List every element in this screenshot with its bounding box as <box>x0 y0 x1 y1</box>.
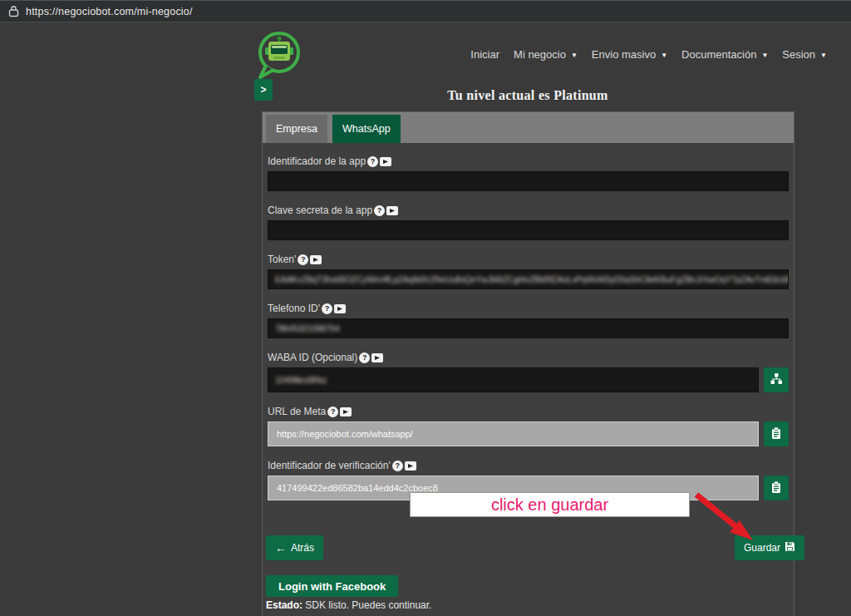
nav-item-documentacion[interactable]: Documentación ▼ <box>681 48 768 61</box>
field-phone-id: Telefono ID' ? 78645321098754 <box>268 303 789 338</box>
clipboard-icon <box>770 426 782 442</box>
app-secret-input[interactable] <box>268 220 789 240</box>
help-icon[interactable]: ? <box>392 461 403 471</box>
field-meta-url: URL de Meta ? <box>268 406 789 446</box>
save-button[interactable]: Guardar <box>735 535 804 560</box>
nav-item-mi-negocio[interactable]: Mi negocio ▼ <box>514 48 578 61</box>
nav-item-envio-masivo[interactable]: Envio masivo ▼ <box>592 48 667 61</box>
nav-item-iniciar[interactable]: Iniciar <box>470 48 499 61</box>
tab-empresa[interactable]: Empresa <box>266 115 327 143</box>
nav-item-sesion[interactable]: Sesion ▼ <box>782 48 827 61</box>
chevron-down-icon: ▼ <box>661 52 667 59</box>
facebook-login-button[interactable]: Login with Facebook <box>266 575 398 597</box>
chevron-down-icon: ▼ <box>820 52 827 59</box>
lock-icon[interactable] <box>7 5 20 18</box>
sdk-status-text: Estado: SDK listo. Puedes continuar. <box>266 599 431 611</box>
meta-url-input[interactable] <box>268 421 759 446</box>
field-token: Token' ? EAAKvZBqT3hxkBOZCyWm4fLpZAq9dXr… <box>268 254 789 289</box>
annotation-callout: click en guardar <box>410 492 690 517</box>
field-label: WABA ID (Opcional) <box>268 352 357 363</box>
whatsapp-config-form: Identificador de la app ? Clave secreta … <box>263 143 794 500</box>
redacted-token-value: EAAKvZBqT3hxkBOZCyWm4fLpZAq9dXr2NvUu8sQe… <box>275 274 789 284</box>
field-label: Telefono ID' <box>268 303 320 314</box>
floppy-save-icon <box>785 541 795 554</box>
help-icon[interactable]: ? <box>327 407 338 417</box>
field-label: Clave secreta de la app <box>268 205 372 216</box>
field-label: Identificador de la app <box>268 155 366 167</box>
video-help-icon[interactable] <box>310 255 322 264</box>
browser-url-bar[interactable]: https://negociobot.com/mi-negocio/ <box>0 0 851 22</box>
main-navigation: Iniciar Mi negocio ▼ Envio masivo ▼ Docu… <box>470 48 827 61</box>
sitemap-icon <box>770 372 783 388</box>
copy-meta-url-button[interactable] <box>764 421 789 446</box>
chevron-down-icon: ▼ <box>761 52 768 59</box>
field-label: Identificador de verificación' <box>268 460 391 471</box>
help-icon[interactable]: ? <box>359 352 370 363</box>
copy-verify-token-button[interactable] <box>764 476 789 500</box>
waba-id-input[interactable]: 1049files9Rkz <box>268 367 759 392</box>
chevron-down-icon: ▼ <box>571 52 578 59</box>
video-help-icon[interactable] <box>380 157 391 166</box>
status-label: Estado: <box>266 599 303 611</box>
help-icon[interactable]: ? <box>367 156 378 167</box>
negociobot-robot-logo[interactable] <box>253 30 304 81</box>
help-icon[interactable]: ? <box>374 205 385 216</box>
field-app-secret: Clave secreta de la app ? <box>268 205 789 240</box>
field-waba-id: WABA ID (Opcional) ? 1049files9Rkz <box>268 352 789 392</box>
help-icon[interactable]: ? <box>322 303 332 314</box>
back-button[interactable]: ← Atrás <box>266 535 323 560</box>
video-help-icon[interactable] <box>405 461 416 471</box>
annotation-text: click en guardar <box>491 495 608 515</box>
clipboard-icon <box>770 480 782 496</box>
video-help-icon[interactable] <box>340 407 352 416</box>
page-title: Tu nivel actual es Platinum <box>262 88 794 103</box>
help-icon[interactable]: ? <box>298 254 308 265</box>
token-input[interactable]: EAAKvZBqT3hxkBOZCyWm4fLpZAq9dXr2NvUu8sQe… <box>268 269 789 289</box>
url-text[interactable]: https://negociobot.com/mi-negocio/ <box>26 6 193 17</box>
field-app-id: Identificador de la app ? <box>268 155 789 191</box>
video-help-icon[interactable] <box>371 353 383 362</box>
arrow-left-icon: ← <box>275 541 287 554</box>
redacted-waba-id-value: 1049files9Rkz <box>275 375 327 385</box>
phone-id-input[interactable]: 78645321098754 <box>268 318 789 338</box>
tab-whatsapp[interactable]: WhatsApp <box>332 115 401 143</box>
video-help-icon[interactable] <box>334 304 346 313</box>
video-help-icon[interactable] <box>386 206 398 215</box>
field-label: URL de Meta <box>268 406 326 417</box>
field-label: Token' <box>268 254 296 265</box>
redacted-phone-id-value: 78645321098754 <box>275 323 340 333</box>
settings-panel: Empresa WhatsApp Identificador de la app… <box>262 111 794 616</box>
waba-lookup-button[interactable] <box>764 367 789 392</box>
tab-bar: Empresa WhatsApp <box>263 112 794 143</box>
app-id-input[interactable] <box>268 171 789 191</box>
